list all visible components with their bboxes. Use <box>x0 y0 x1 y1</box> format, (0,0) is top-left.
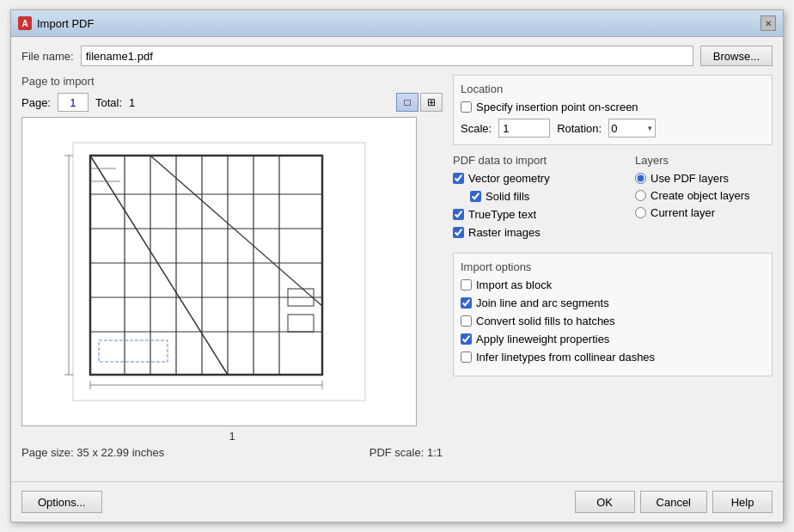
truetype-text-row: TrueType text <box>453 208 628 221</box>
apply-lineweight-row: Apply lineweight properties <box>461 333 765 345</box>
apply-lineweight-checkbox[interactable] <box>461 333 472 345</box>
page-label: Page: <box>21 96 51 109</box>
infer-linetypes-row: Infer linetypes from collinear dashes <box>461 351 765 364</box>
join-line-row: Join line and arc segments <box>461 297 765 309</box>
total-label: Total: <box>95 96 122 109</box>
help-button[interactable]: Help <box>712 491 773 513</box>
close-button[interactable]: ✕ <box>760 15 776 31</box>
vector-geometry-label: Vector geometry <box>468 172 550 185</box>
scale-label: Scale: <box>461 122 492 135</box>
options-button[interactable]: Options... <box>21 491 102 513</box>
create-object-layers-row: Create object layers <box>635 189 773 202</box>
preview-svg <box>56 134 382 409</box>
solid-fills-label: Solid fills <box>486 190 529 203</box>
rotation-label: Rotation: <box>557 122 602 135</box>
page-number-input[interactable] <box>58 93 89 112</box>
file-name-input[interactable] <box>81 46 693 66</box>
page-controls: Page: Total: 1 □ ⊞ <box>21 93 443 112</box>
truetype-text-label: TrueType text <box>468 208 536 221</box>
rotation-select[interactable]: 0 90 180 270 <box>608 119 656 138</box>
use-pdf-layers-radio[interactable] <box>635 173 646 184</box>
dialog-title: Import PDF <box>37 17 94 30</box>
view-grid-icon: ⊞ <box>427 96 436 108</box>
titlebar: A Import PDF ✕ <box>11 10 783 37</box>
join-line-checkbox[interactable] <box>461 297 472 309</box>
bottom-bar: Options... OK Cancel Help <box>11 481 783 522</box>
infer-linetypes-label: Infer linetypes from collinear dashes <box>476 351 655 364</box>
use-pdf-layers-row: Use PDF layers <box>635 172 773 185</box>
scale-rotation-row: Scale: Rotation: 0 90 180 270 <box>461 119 765 138</box>
convert-solid-label: Convert solid fills to hatches <box>476 315 615 327</box>
vector-geometry-row: Vector geometry <box>453 172 628 185</box>
infer-linetypes-checkbox[interactable] <box>461 352 472 363</box>
page-indicator: 1 <box>21 430 443 443</box>
solid-fills-row: Solid fills <box>470 190 628 203</box>
page-size-row: Page size: 35 x 22.99 inches PDF scale: … <box>21 446 443 459</box>
dialog-body: File name: Browse... Page to import Page… <box>11 37 783 474</box>
specify-insertion-row: Specify insertion point on-screen <box>461 101 765 113</box>
page-to-import-title: Page to import <box>21 75 443 88</box>
raster-images-checkbox[interactable] <box>453 227 464 238</box>
app-icon: A <box>18 16 32 30</box>
import-as-block-label: Import as block <box>476 278 552 291</box>
import-options-title: Import options <box>461 260 765 273</box>
rotation-select-wrapper: 0 90 180 270 <box>608 119 656 138</box>
ok-cancel-help-group: OK Cancel Help <box>575 491 773 513</box>
create-object-layers-label: Create object layers <box>650 189 750 202</box>
create-object-layers-radio[interactable] <box>635 190 646 201</box>
browse-button[interactable]: Browse... <box>700 46 773 66</box>
truetype-text-checkbox[interactable] <box>453 209 464 220</box>
convert-solid-row: Convert solid fills to hatches <box>461 315 765 327</box>
titlebar-left: A Import PDF <box>18 16 94 30</box>
layers-section: Layers Use PDF layers Create object laye… <box>635 154 773 244</box>
cancel-button[interactable]: Cancel <box>640 491 707 513</box>
location-title: Location <box>461 83 765 95</box>
raster-images-label: Raster images <box>468 226 541 239</box>
view-single-icon: □ <box>404 96 410 108</box>
ok-button[interactable]: OK <box>575 491 635 513</box>
pdf-scale-text: PDF scale: 1:1 <box>370 446 443 459</box>
right-panel: Location Specify insertion point on-scre… <box>453 75 773 466</box>
raster-images-row: Raster images <box>453 226 628 239</box>
apply-lineweight-label: Apply lineweight properties <box>476 333 609 345</box>
pdf-data-section: PDF data to import Vector geometry Solid… <box>453 154 628 244</box>
layers-title: Layers <box>635 154 773 167</box>
location-section: Location Specify insertion point on-scre… <box>453 75 773 145</box>
view-toggle-group: □ ⊞ <box>396 93 443 112</box>
import-as-block-checkbox[interactable] <box>461 279 472 290</box>
page-size-text: Page size: 35 x 22.99 inches <box>21 446 164 459</box>
import-options-section: Import options Import as block Join line… <box>453 253 773 376</box>
left-panel: Page to import Page: Total: 1 □ ⊞ <box>21 75 443 466</box>
specify-insertion-label: Specify insertion point on-screen <box>476 101 638 113</box>
view-single-button[interactable]: □ <box>396 93 418 112</box>
convert-solid-checkbox[interactable] <box>461 315 472 327</box>
current-layer-row: Current layer <box>635 206 773 219</box>
import-as-block-row: Import as block <box>461 278 765 291</box>
pdf-data-title: PDF data to import <box>453 154 628 167</box>
preview-box <box>21 117 417 426</box>
solid-fills-checkbox[interactable] <box>470 191 481 202</box>
scale-input[interactable] <box>498 119 550 138</box>
view-grid-button[interactable]: ⊞ <box>420 93 443 112</box>
content-area: Page to import Page: Total: 1 □ ⊞ <box>21 75 773 466</box>
total-value: 1 <box>129 96 135 109</box>
current-layer-label: Current layer <box>650 206 715 219</box>
vector-geometry-checkbox[interactable] <box>453 173 464 184</box>
current-layer-radio[interactable] <box>635 207 646 218</box>
file-name-label: File name: <box>21 50 74 63</box>
pdf-layers-row: PDF data to import Vector geometry Solid… <box>453 154 773 244</box>
use-pdf-layers-label: Use PDF layers <box>650 172 729 185</box>
file-name-row: File name: Browse... <box>21 46 773 66</box>
join-line-label: Join line and arc segments <box>476 297 609 309</box>
import-pdf-dialog: A Import PDF ✕ File name: Browse... Page… <box>10 9 784 523</box>
specify-insertion-checkbox[interactable] <box>461 101 472 113</box>
